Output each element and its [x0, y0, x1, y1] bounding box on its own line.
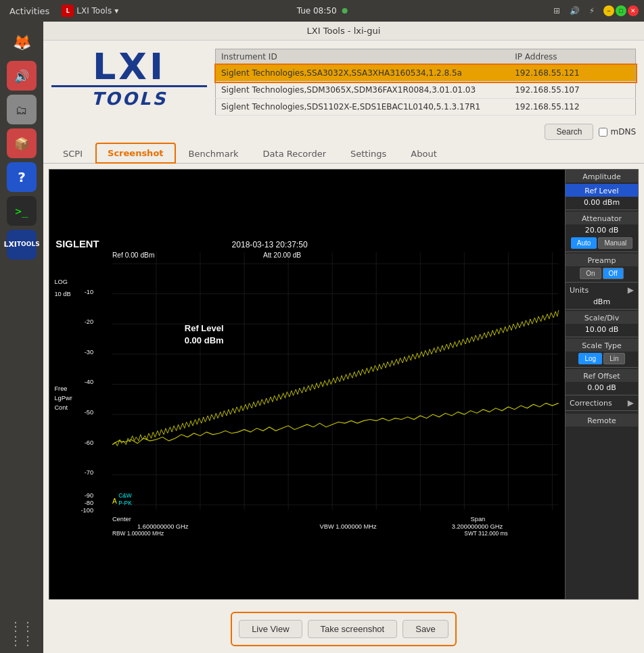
sidebar-icon-files[interactable]: 🗂	[7, 95, 37, 124]
live-view-button[interactable]: Live View	[239, 620, 302, 638]
svg-text:0.00 dBm: 0.00 dBm	[185, 335, 224, 345]
table-row[interactable]: Siglent Technologies,SDS1102X-E,SDS1EBAC…	[216, 99, 636, 116]
preamp-label: Preamp	[566, 253, 638, 266]
search-bar: Search mDNS	[43, 121, 644, 143]
sound-icon[interactable]: 🔊	[568, 5, 580, 17]
svg-text:-10: -10	[85, 289, 93, 295]
svg-text:-30: -30	[85, 349, 93, 356]
svg-text:VBW    1.000000 MHz: VBW 1.000000 MHz	[320, 523, 377, 530]
svg-text:A: A	[112, 498, 117, 505]
instrument-id-cell: Siglent Technologies,SDS1102X-E,SDS1EBAC…	[216, 99, 510, 116]
app-menu-icon: L	[62, 5, 74, 17]
mdns-label: mDNS	[599, 127, 636, 137]
window-titlebar: LXI Tools - lxi-gui	[43, 22, 644, 41]
svg-text:Ref  0.00 dBm: Ref 0.00 dBm	[112, 251, 154, 259]
log-button[interactable]: Log	[578, 353, 602, 364]
maximize-button[interactable]: □	[616, 5, 626, 16]
svg-text:2018-03-13  20:37:50: 2018-03-13 20:37:50	[231, 240, 307, 249]
instrument-ip-cell: 192.168.55.107	[509, 82, 635, 99]
scope-svg: SIGLENT 2018-03-13 20:37:50 Ref 0.00 dBm…	[49, 170, 565, 599]
svg-text:-100: -100	[80, 507, 93, 514]
instrument-ip-cell: 192.168.55.121	[509, 65, 635, 82]
attenuator-btn-row: Auto Manual	[566, 236, 638, 250]
tab-settings[interactable]: Settings	[339, 144, 398, 163]
ref-level-value: 0.00 dBm	[566, 197, 638, 208]
scope-display: SIGLENT 2018-03-13 20:37:50 Ref 0.00 dBm…	[49, 169, 566, 600]
table-row[interactable]: Siglent Technologies,SSA3032X,SSA3XHA316…	[216, 65, 636, 82]
scale-type-label: Scale Type	[566, 339, 638, 352]
sidebar-icon-lxi[interactable]: LXITOOLS	[7, 230, 37, 260]
preamp-on-button[interactable]: On	[580, 268, 601, 279]
main-area: LXI Tools - lxi-gui LXI TOOLS Instrument…	[43, 22, 644, 653]
svg-text:Ref Level: Ref Level	[185, 323, 224, 333]
sidebar-icon-firefox[interactable]: 🦊	[7, 27, 37, 57]
col-header-id: Instrument ID	[216, 49, 510, 65]
lin-button[interactable]: Lin	[603, 353, 624, 364]
svg-text:SIGLENT: SIGLENT	[55, 239, 99, 249]
search-button[interactable]: Search	[545, 124, 593, 140]
tab-scpi[interactable]: SCPI	[51, 144, 94, 163]
instrument-id-cell: Siglent Technologies,SSA3032X,SSA3XHA316…	[216, 65, 510, 82]
minimize-button[interactable]: −	[603, 5, 614, 16]
scale-div-value: 10.00 dB	[566, 324, 638, 335]
ref-level-label[interactable]: Ref Level	[566, 184, 638, 197]
ref-offset-label: Ref Offset	[566, 369, 638, 382]
svg-text:-90: -90	[85, 492, 93, 499]
sidebar-icon-software[interactable]: 📦	[7, 128, 37, 158]
app-menu-arrow: ▾	[114, 6, 118, 16]
svg-text:-70: -70	[85, 469, 93, 476]
auto-button[interactable]: Auto	[571, 237, 597, 249]
svg-text:LgPwr: LgPwr	[54, 395, 72, 402]
preamp-off-button[interactable]: Off	[603, 268, 624, 279]
units-value: dBm	[566, 296, 638, 308]
topbar-time: Tue 08:50	[297, 6, 348, 16]
activities-button[interactable]: Activities	[5, 5, 53, 18]
scale-div-label: Scale/Div	[566, 311, 638, 324]
scale-type-btn-row: Log Lin	[566, 352, 638, 366]
close-button[interactable]: ✕	[628, 5, 639, 16]
svg-text:Center: Center	[112, 516, 131, 523]
tab-data-recorder[interactable]: Data Recorder	[252, 144, 338, 163]
instruments-table: Instrument ID IP Address Siglent Technol…	[215, 49, 636, 116]
svg-text:C&W: C&W	[118, 492, 132, 499]
corrections-row: Corrections ▶	[566, 397, 638, 409]
status-dot	[342, 8, 347, 14]
tab-benchmark[interactable]: Benchmark	[177, 144, 250, 163]
svg-text:-50: -50	[85, 409, 93, 416]
instrument-ip-cell: 192.168.55.112	[509, 99, 635, 116]
tab-about[interactable]: About	[399, 144, 448, 163]
tab-screenshot[interactable]: Screenshot	[95, 143, 176, 164]
sidebar-icon-sound[interactable]: 🔊	[7, 61, 37, 91]
svg-text:-40: -40	[85, 379, 93, 386]
right-panel: Amplitude Ref Level 0.00 dBm Attenuator …	[566, 169, 639, 600]
preamp-btn-row: On Off	[566, 266, 638, 281]
mdns-checkbox[interactable]	[599, 128, 607, 137]
system-topbar: Activities L LXI Tools ▾ Tue 08:50 ⊞ 🔊 ⚡…	[0, 0, 644, 22]
instrument-id-cell: Siglent Technologies,SDM3065X,SDM36FAX1R…	[216, 82, 510, 99]
lxi-logo-text: LXI	[93, 49, 166, 85]
sidebar-show-apps[interactable]: ⋮⋮⋮⋮	[9, 619, 34, 648]
svg-text:Att  20.00 dB: Att 20.00 dB	[263, 251, 301, 259]
svg-text:SWT    312.000 ms: SWT 312.000 ms	[464, 530, 507, 537]
bottom-area: Live View Take screenshot Save	[43, 605, 644, 653]
sidebar-icon-terminal[interactable]: >_	[7, 196, 37, 226]
bottom-buttons-group: Live View Take screenshot Save	[231, 612, 457, 646]
sidebar-icon-help[interactable]: ?	[7, 162, 37, 192]
take-screenshot-button[interactable]: Take screenshot	[308, 620, 398, 638]
corrections-arrow[interactable]: ▶	[628, 398, 634, 408]
manual-button[interactable]: Manual	[598, 237, 632, 249]
units-arrow[interactable]: ▶	[628, 285, 634, 295]
svg-text:Free: Free	[54, 385, 67, 392]
tools-logo-text: TOOLS	[51, 85, 207, 109]
network-icon[interactable]: ⊞	[551, 5, 563, 17]
svg-text:-20: -20	[85, 318, 93, 325]
app-menu-label: LXI Tools	[76, 6, 112, 16]
app-menu[interactable]: L LXI Tools ▾	[59, 3, 121, 18]
window-controls: − □ ✕	[603, 5, 639, 16]
battery-icon[interactable]: ⚡	[586, 5, 598, 17]
save-button[interactable]: Save	[402, 620, 448, 638]
svg-text:Cont: Cont	[54, 404, 68, 411]
topbar-right: ⊞ 🔊 ⚡ − □ ✕	[551, 5, 639, 17]
col-header-ip: IP Address	[509, 49, 635, 65]
table-row[interactable]: Siglent Technologies,SDM3065X,SDM36FAX1R…	[216, 82, 636, 99]
